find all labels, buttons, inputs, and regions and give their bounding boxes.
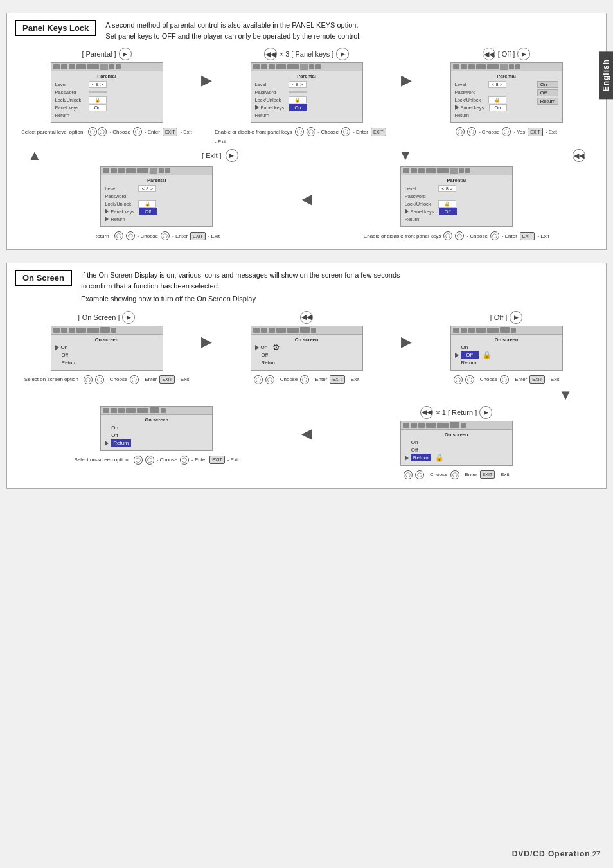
sec1-col3: ◀◀ [ Off ] ▶ Parental Level< 8 > Passwor… (414, 48, 598, 136)
sec1-screen1: Parental Level< 8 > Password Lock/Unlock… (51, 62, 163, 123)
bot-arrow-left: ◀ (301, 166, 312, 208)
section2-bottom-flow: On screen On Off Return Select on-screen… (15, 406, 598, 479)
section2-title: On Screen (15, 270, 72, 286)
sec1-exit-row: [ Exit ] ▶ (202, 149, 238, 162)
page-wrapper: English Panel Keys Lock A second method … (0, 0, 613, 868)
arrow-2-3: ▶ (401, 48, 412, 89)
panel-keys-lock-section: Panel Keys Lock A second method of paren… (6, 13, 607, 250)
sec2-play3[interactable]: ▶ (510, 311, 522, 324)
sec2-screen1: On screen On Off Return (51, 326, 163, 371)
on-screen-section: On Screen If the On Screen Display is on… (6, 263, 607, 489)
section1-title: Panel Keys Lock (15, 20, 96, 36)
play-btn-3[interactable]: ▶ (517, 48, 530, 60)
sec2-bot-screen2: On screen On Off Return 🔒 (400, 421, 513, 466)
sec1-nav3: ◯◯ - Choose ◯ - Yes EXIT - Exit (456, 127, 557, 136)
sec1-bot-nav2: Enable or disable front panel keys ◯◯ - … (364, 231, 549, 240)
sec1-middle-connectors: ▲ [ Exit ] ▶ ▼ ◀◀ (15, 145, 598, 166)
section1-header: Panel Keys Lock A second method of paren… (15, 20, 598, 41)
sec1-bot-col1: Parental Level< 8 > Password Lock/Unlock… (15, 166, 299, 240)
sec1-nav2: Enable or disable front panel keys ◯◯ - … (215, 127, 398, 145)
sec1-screen2: Parental Level< 8 > Password Lock/Unlock… (251, 62, 363, 123)
play-btn-2[interactable]: ▶ (336, 48, 349, 60)
sec2-bot-col2: ◀◀ × 1 [ Return ] ▶ On screen On Off (315, 406, 599, 479)
sec2-col2: ◀◀ On screen On ⚙ Off Return (215, 311, 398, 384)
section1-bottom-flow: Parental Level< 8 > Password Lock/Unlock… (15, 166, 598, 240)
section2-top-flow: [ On Screen ] ▶ On screen On Off Re (15, 311, 598, 384)
sec1-col1: [ Parental ] ▶ Parental Level< 8 > Passw… (15, 48, 199, 136)
sec2-screen2: On screen On ⚙ Off Return (251, 326, 363, 371)
sec1-bot-screen2: Parental Level< 8 > Password Lock/Unlock… (400, 166, 513, 227)
sec1-bracket3: ◀◀ [ Off ] ▶ (483, 48, 531, 60)
sec1-nav1: Select parental level option ◯◯ - Choose… (21, 127, 191, 136)
sec2-col1: [ On Screen ] ▶ On screen On Off Re (15, 311, 199, 384)
sec2-middle-connector: ▼ (15, 384, 598, 406)
sec2-screen3: On screen On Off 🔒 Return (450, 326, 563, 371)
sec1-bot-col2: Parental Level< 8 > Password Lock/Unlock… (315, 166, 599, 240)
page-footer: DVD/CD Operation 27 (512, 849, 600, 858)
sec1-bot-screen1: Parental Level< 8 > Password Lock/Unlock… (100, 166, 213, 227)
sec1-bot-nav1: Return ◯◯ - Choose ◯ - Enter EXIT - Exit (94, 231, 220, 240)
sec2-play1[interactable]: ▶ (122, 311, 135, 324)
sec1-col2: ◀◀ × 3 [ Panel keys ] ▶ Parental Level< … (215, 48, 398, 145)
rewind-btn-2[interactable]: ◀◀ (264, 48, 277, 60)
sec1-bracket1: [ Parental ] ▶ (82, 48, 131, 60)
sec2-bot-screen1: On screen On Off Return (100, 406, 213, 451)
rewind-btn-3[interactable]: ◀◀ (483, 48, 495, 60)
section2-header: On Screen If the On Screen Display is on… (15, 270, 598, 305)
section1-desc: A second method of parental control is a… (105, 20, 360, 41)
section2-desc: If the On Screen Display is on, various … (81, 270, 400, 305)
section1-top-flow: [ Parental ] ▶ Parental Level< 8 > Passw… (15, 48, 598, 145)
arrow-1-2: ▶ (201, 48, 212, 89)
sec1-screen3: Parental Level< 8 > Password Lock/Unlock… (450, 62, 563, 123)
sec2-bot-col1: On screen On Off Return Select on-screen… (15, 406, 299, 465)
play-btn-1[interactable]: ▶ (119, 48, 132, 60)
sec1-bracket2: ◀◀ × 3 [ Panel keys ] ▶ (264, 48, 350, 60)
sec2-return-play[interactable]: ▶ (479, 406, 492, 419)
side-tab: English (599, 51, 613, 99)
exit-play-btn[interactable]: ▶ (226, 149, 238, 162)
side-tab-label: English (601, 59, 610, 91)
sec2-col3: [ Off ] ▶ On screen On Off 🔒 (414, 311, 598, 384)
